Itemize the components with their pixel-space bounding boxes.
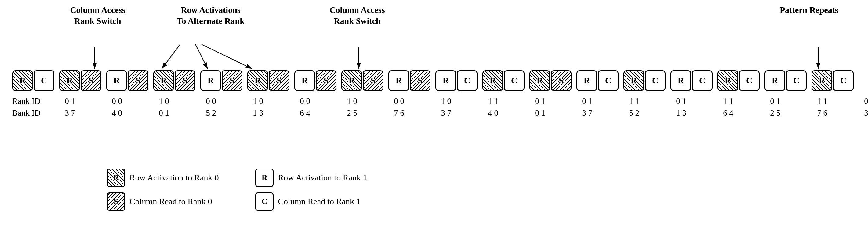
- legend-label-ra0: Row Activation to Rank 0: [129, 173, 219, 183]
- symbol-ra0-4: R: [153, 70, 174, 91]
- symbol-pair-14: R C: [623, 70, 665, 91]
- symbol-pair-12: R S: [529, 70, 571, 91]
- bank-id-9: 3 7: [424, 108, 469, 118]
- rank-id-10: 1 1: [470, 97, 516, 106]
- rank-id-6: 0 0: [282, 97, 328, 106]
- rank-id-5: 1 0: [236, 97, 281, 106]
- legend-label-cr1: Column Read to Rank 1: [278, 197, 361, 206]
- symbol-ra0-12: R: [529, 70, 550, 91]
- annotation-col-access-rank-switch-1: Column Access Rank Switch: [49, 5, 147, 27]
- symbol-ra0-14: R: [623, 70, 644, 91]
- symbol-row: R C R S R S R S R S R S R: [12, 70, 854, 91]
- legend-item-cr0: S Column Read to Rank 0: [107, 192, 219, 211]
- symbol-pair-8: R S: [341, 70, 383, 91]
- symbol-cr0-8: S: [363, 70, 383, 91]
- rank-id-15: 1 1: [706, 97, 751, 106]
- symbol-ra0-1: R: [12, 70, 33, 91]
- symbol-ra1-5: R: [200, 70, 221, 91]
- symbol-pair-13: R C: [577, 70, 619, 91]
- legend-symbol-ra0: R: [107, 169, 125, 187]
- symbol-cr0-7: S: [316, 70, 337, 91]
- rank-id-8: 0 0: [376, 97, 422, 106]
- rank-id-14: 0 1: [658, 97, 704, 106]
- symbol-ra1-13: R: [577, 70, 597, 91]
- bank-id-7: 2 5: [330, 108, 375, 118]
- symbol-pair-9: R S: [389, 70, 431, 91]
- bank-id-15: 6 4: [706, 108, 751, 118]
- rank-id-16: 0 1: [752, 97, 798, 106]
- rank-id-13: 1 1: [612, 97, 657, 106]
- symbol-pair-16: R C: [717, 70, 760, 91]
- symbol-cr0-5: S: [222, 70, 242, 91]
- symbol-ra1-9: R: [389, 70, 409, 91]
- symbol-cr1-15: C: [692, 70, 713, 91]
- symbol-cr1-14: C: [645, 70, 665, 91]
- rank-id-11: 0 1: [518, 97, 563, 106]
- annotation-col-access-rank-switch-2: Column Access Rank Switch: [308, 5, 406, 27]
- symbol-pair-6: R S: [247, 70, 289, 91]
- rank-id-1: 0 1: [47, 97, 93, 106]
- annotation-row-activations: Row Activations To Alternate Rank: [156, 5, 266, 27]
- rank-id-7: 1 0: [330, 97, 375, 106]
- bank-id-1: 3 7: [47, 108, 93, 118]
- legend-symbol-ra1: R: [255, 169, 274, 187]
- bank-id-12: 3 7: [564, 108, 610, 118]
- bank-id-8: 7 6: [376, 108, 422, 118]
- symbol-cr1-13: C: [598, 70, 619, 91]
- rank-id-3: 1 0: [142, 97, 187, 106]
- symbol-ra1-10: R: [435, 70, 456, 91]
- legend-item-ra1: R Row Activation to Rank 1: [255, 169, 367, 187]
- legend-label-cr0: Column Read to Rank 0: [129, 197, 212, 206]
- rank-id-17: 1 1: [800, 97, 845, 106]
- rank-id-row: Rank ID 0 1 0 0 1 0 0 0 1 0 0 0 1 0 0 0 …: [12, 97, 868, 106]
- bank-id-13: 5 2: [612, 108, 657, 118]
- rank-id-12: 0 1: [564, 97, 610, 106]
- symbol-pair-5: R S: [200, 70, 242, 91]
- symbol-pair-15: R C: [671, 70, 713, 91]
- symbol-cr0-2: S: [81, 70, 101, 91]
- bank-id-row: Bank ID 3 7 4 0 0 1 5 2 1 3 6 4 2 5 7 6 …: [12, 108, 868, 118]
- bank-id-values: 3 7 4 0 0 1 5 2 1 3 6 4 2 5 7 6 3 7 4 0 …: [47, 108, 868, 118]
- symbol-pair-1: R C: [12, 70, 54, 91]
- rank-id-values: 0 1 0 0 1 0 0 0 1 0 0 0 1 0 0 0 1 0 1 1 …: [47, 97, 868, 106]
- symbol-ra1-3: R: [106, 70, 127, 91]
- annotation-pattern-repeats: Pattern Repeats: [769, 5, 849, 15]
- symbol-pair-18: R C: [811, 70, 854, 91]
- symbol-pair-2: R S: [59, 70, 101, 91]
- bank-id-3: 0 1: [142, 108, 187, 118]
- symbol-pair-10: R C: [435, 70, 477, 91]
- bank-id-17: 7 6: [800, 108, 845, 118]
- symbol-cr0-6: S: [269, 70, 289, 91]
- symbol-cr0-12: S: [551, 70, 571, 91]
- symbol-ra0-16: R: [717, 70, 738, 91]
- symbol-cr1-10: C: [457, 70, 477, 91]
- symbol-ra0-6: R: [247, 70, 268, 91]
- legend-right-col: R Row Activation to Rank 1 C Column Read…: [255, 169, 367, 211]
- symbol-cr0-4: S: [175, 70, 195, 91]
- symbol-ra1-7: R: [294, 70, 315, 91]
- legend-item-cr1: C Column Read to Rank 1: [255, 192, 367, 211]
- rank-id-18: 0 1: [847, 97, 868, 106]
- bank-id-2: 4 0: [94, 108, 140, 118]
- legend-left-col: R Row Activation to Rank 0 S Column Read…: [107, 169, 219, 211]
- legend-item-ra0: R Row Activation to Rank 0: [107, 169, 219, 187]
- symbol-cr1-11: C: [504, 70, 525, 91]
- bank-id-11: 0 1: [518, 108, 563, 118]
- symbol-ra1-17: R: [765, 70, 785, 91]
- symbol-cr0-9: S: [410, 70, 431, 91]
- bank-id-4: 5 2: [188, 108, 234, 118]
- bank-id-label: Bank ID: [12, 108, 47, 118]
- symbol-cr1-16: C: [739, 70, 760, 91]
- symbol-cr1-1: C: [34, 70, 54, 91]
- legend: R Row Activation to Rank 0 S Column Read…: [107, 169, 367, 211]
- bank-id-16: 2 5: [752, 108, 798, 118]
- symbol-cr1-18: C: [833, 70, 854, 91]
- symbol-cr1-17: C: [786, 70, 807, 91]
- rank-id-label: Rank ID: [12, 97, 47, 106]
- symbol-pair-7: R S: [294, 70, 337, 91]
- symbol-ra1-15: R: [671, 70, 691, 91]
- rank-id-2: 0 0: [94, 97, 140, 106]
- legend-symbol-cr0: S: [107, 192, 125, 211]
- symbol-pair-11: R C: [483, 70, 525, 91]
- diagram-container: Column Access Rank Switch Row Activation…: [0, 0, 868, 226]
